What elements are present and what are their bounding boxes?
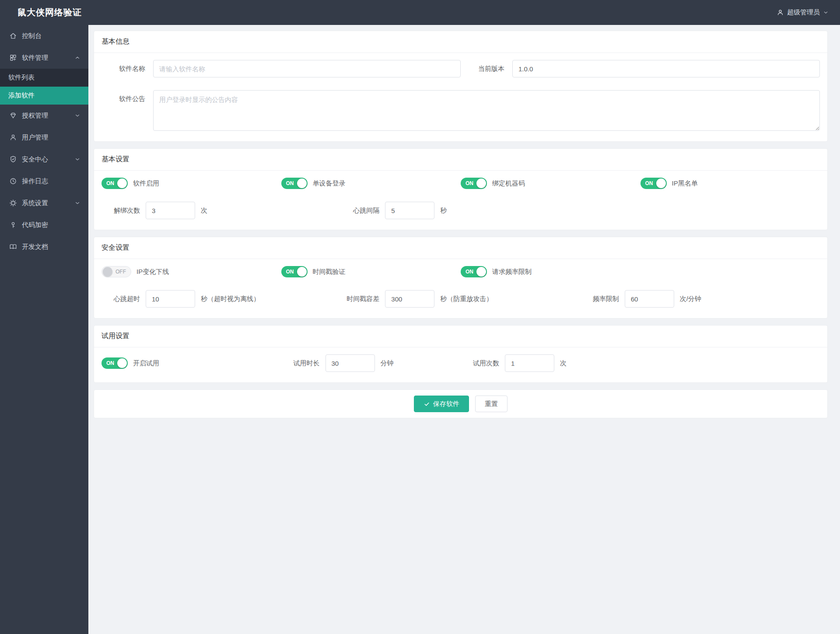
actions-card: 保存软件 重置 bbox=[94, 389, 828, 418]
heartbeat-timeout-input[interactable] bbox=[146, 290, 195, 308]
sidebar-item-code-encrypt[interactable]: 代码加密 bbox=[0, 214, 88, 236]
sidebar-item-label: 用户管理 bbox=[22, 133, 80, 142]
sidebar-item-system-settings[interactable]: 系统设置 bbox=[0, 192, 88, 214]
software-name-input[interactable] bbox=[153, 60, 461, 77]
sidebar-subitem-software-list[interactable]: 软件列表 bbox=[0, 69, 88, 87]
trial-count-input[interactable] bbox=[505, 354, 554, 372]
toggle-state-text: ON bbox=[641, 179, 656, 188]
trial-duration-input[interactable] bbox=[326, 354, 375, 372]
heartbeat-interval-input[interactable] bbox=[385, 202, 434, 219]
heartbeat-timeout-label: 心跳超时 bbox=[102, 295, 140, 303]
sidebar-item-security-center[interactable]: 安全中心 bbox=[0, 148, 88, 170]
heartbeat-timeout-suffix: 秒（超时视为离线） bbox=[201, 295, 260, 303]
toggle-timestamp-verify[interactable]: ON bbox=[281, 266, 308, 277]
gem-icon bbox=[9, 112, 17, 119]
chevron-down-icon bbox=[74, 156, 80, 162]
sidebar-item-auth-mgmt[interactable]: 授权管理 bbox=[0, 105, 88, 126]
toggle-state-text: ON bbox=[462, 267, 476, 277]
toggle-rate-limit[interactable]: ON bbox=[461, 266, 487, 277]
current-version-input[interactable] bbox=[512, 60, 820, 77]
toggle-knob bbox=[297, 179, 307, 188]
chevron-up-icon bbox=[74, 55, 80, 61]
sidebar-item-label: 系统设置 bbox=[22, 199, 74, 207]
top-header: 鼠大侠网络验证 超级管理员 bbox=[0, 0, 840, 25]
toggle-state-text: ON bbox=[102, 358, 117, 368]
toggle-ip-change-offline[interactable]: OFF bbox=[102, 266, 131, 277]
unbind-count-input[interactable] bbox=[146, 202, 195, 219]
toggle-label: 时间戳验证 bbox=[313, 268, 346, 276]
timestamp-tolerance-input[interactable] bbox=[385, 290, 434, 308]
trial-duration-suffix: 分钟 bbox=[381, 359, 394, 368]
sidebar: 控制台 软件管理 软件列表 添加软件 授权管理 用户管理 bbox=[0, 25, 88, 634]
sidebar-subitem-label: 软件列表 bbox=[8, 74, 35, 82]
toggle-state-text: ON bbox=[102, 179, 117, 188]
user-menu[interactable]: 超级管理员 bbox=[777, 8, 829, 17]
sidebar-subitem-label: 添加软件 bbox=[8, 91, 35, 100]
security-settings-card: 安全设置 OFF IP变化下线 ON 时间戳验证 bbox=[94, 237, 828, 319]
sidebar-item-operation-log[interactable]: 操作日志 bbox=[0, 170, 88, 192]
announcement-textarea[interactable] bbox=[153, 90, 820, 131]
toggle-state-text: ON bbox=[282, 179, 297, 188]
toggle-single-device-login[interactable]: ON bbox=[281, 178, 308, 189]
sidebar-subitem-add-software[interactable]: 添加软件 bbox=[0, 87, 88, 105]
main-content: 基本信息 软件名称 当前版本 软件公告 基本设置 bbox=[88, 25, 840, 634]
reset-button[interactable]: 重置 bbox=[475, 396, 508, 412]
trial-count-label: 试用次数 bbox=[461, 359, 499, 368]
toggle-bind-machine-code[interactable]: ON bbox=[461, 178, 487, 189]
toggle-label: 单设备登录 bbox=[313, 179, 346, 188]
toggle-state-text: OFF bbox=[112, 267, 130, 277]
basic-info-title: 基本信息 bbox=[94, 31, 827, 53]
toggle-state-text: ON bbox=[282, 267, 297, 277]
software-name-label: 软件名称 bbox=[102, 60, 145, 77]
sidebar-item-label: 软件管理 bbox=[22, 54, 74, 62]
toggle-knob bbox=[656, 179, 666, 188]
sidebar-item-label: 授权管理 bbox=[22, 112, 74, 120]
sidebar-item-dev-docs[interactable]: 开发文档 bbox=[0, 236, 88, 258]
sidebar-item-label: 安全中心 bbox=[22, 155, 74, 164]
trial-count-suffix: 次 bbox=[560, 359, 567, 368]
basic-settings-card: 基本设置 ON 软件启用 ON 单设备登录 bbox=[94, 148, 828, 230]
basic-settings-title: 基本设置 bbox=[94, 149, 827, 171]
rate-limit-input[interactable] bbox=[625, 290, 674, 308]
toggle-software-enable[interactable]: ON bbox=[102, 178, 128, 189]
toggle-knob bbox=[117, 179, 127, 188]
basic-info-card: 基本信息 软件名称 当前版本 软件公告 bbox=[94, 31, 828, 142]
home-icon bbox=[9, 32, 17, 40]
sidebar-item-label: 代码加密 bbox=[22, 221, 80, 229]
reset-button-label: 重置 bbox=[485, 400, 498, 408]
save-button-label: 保存软件 bbox=[433, 400, 459, 408]
toggle-knob bbox=[103, 267, 112, 277]
unbind-count-label: 解绑次数 bbox=[102, 207, 140, 215]
timestamp-tolerance-suffix: 秒（防重放攻击） bbox=[440, 295, 493, 303]
sidebar-item-label: 操作日志 bbox=[22, 177, 80, 186]
sidebar-item-label: 开发文档 bbox=[22, 243, 80, 251]
user-name: 超级管理员 bbox=[787, 8, 820, 17]
heartbeat-interval-label: 心跳间隔 bbox=[341, 207, 379, 215]
chevron-down-icon bbox=[74, 200, 80, 206]
trial-settings-title: 试用设置 bbox=[94, 326, 827, 347]
toggle-knob bbox=[476, 267, 486, 277]
timestamp-tolerance-label: 时间戳容差 bbox=[341, 295, 379, 303]
heartbeat-interval-suffix: 秒 bbox=[440, 207, 447, 215]
chevron-down-icon bbox=[74, 112, 80, 119]
toggle-knob bbox=[297, 267, 307, 277]
sidebar-item-user-mgmt[interactable]: 用户管理 bbox=[0, 126, 88, 148]
announcement-label: 软件公告 bbox=[102, 90, 145, 108]
sidebar-item-label: 控制台 bbox=[22, 32, 80, 40]
save-software-button[interactable]: 保存软件 bbox=[414, 396, 469, 412]
trial-settings-card: 试用设置 ON 开启试用 试用时长 分钟 试用 bbox=[94, 325, 828, 383]
toggle-knob bbox=[476, 179, 486, 188]
toggle-trial-enable[interactable]: ON bbox=[102, 357, 128, 369]
security-settings-title: 安全设置 bbox=[94, 237, 827, 259]
toggle-state-text: ON bbox=[462, 179, 476, 188]
software-mgmt-submenu: 软件列表 添加软件 bbox=[0, 69, 88, 105]
sidebar-item-console[interactable]: 控制台 bbox=[0, 25, 88, 47]
sidebar-item-software-mgmt[interactable]: 软件管理 bbox=[0, 47, 88, 69]
book-icon bbox=[9, 243, 17, 251]
trial-duration-label: 试用时长 bbox=[281, 359, 320, 368]
clock-icon bbox=[9, 177, 17, 185]
user-icon bbox=[777, 9, 784, 16]
check-icon bbox=[424, 401, 430, 407]
toggle-ip-blacklist[interactable]: ON bbox=[640, 178, 667, 189]
apps-icon bbox=[9, 54, 17, 62]
